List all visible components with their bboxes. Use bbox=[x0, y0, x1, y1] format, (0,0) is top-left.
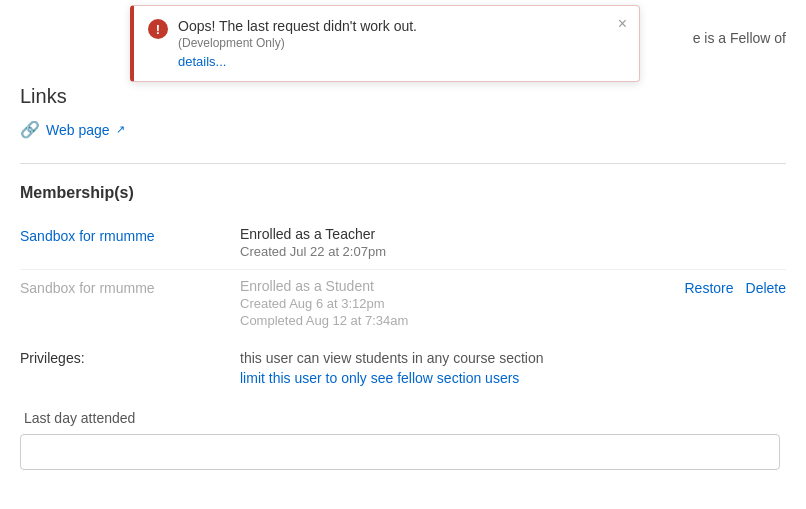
membership-role-1: Enrolled as a Teacher bbox=[240, 226, 786, 242]
last-day-label: Last day attended bbox=[20, 410, 786, 426]
alert-details-link[interactable]: details... bbox=[178, 54, 226, 69]
membership-created-2: Created Aug 6 at 3:12pm bbox=[240, 296, 685, 311]
privileges-text: this user can view students in any cours… bbox=[240, 350, 786, 366]
links-heading: Links bbox=[20, 85, 786, 108]
links-section: Links 🔗 Web page ↗ bbox=[20, 85, 786, 139]
link-chain-icon: 🔗 bbox=[20, 120, 40, 139]
membership-details-2: Enrolled as a Student Created Aug 6 at 3… bbox=[240, 278, 685, 330]
external-link-icon: ↗ bbox=[116, 123, 125, 136]
web-page-link[interactable]: Web page bbox=[46, 122, 110, 138]
memberships-section: Membership(s) Sandbox for rmumme Enrolle… bbox=[20, 184, 786, 338]
membership-row-2: Sandbox for rmumme Enrolled as a Student… bbox=[20, 270, 786, 338]
membership-actions-2: Restore Delete bbox=[685, 278, 787, 296]
fellow-text-partial: e is a Fellow of bbox=[693, 30, 786, 46]
alert-close-button[interactable]: × bbox=[618, 16, 627, 32]
privileges-limit-link[interactable]: limit this user to only see fellow secti… bbox=[240, 370, 519, 386]
alert-content: Oops! The last request didn't work out. … bbox=[178, 18, 599, 69]
restore-link[interactable]: Restore bbox=[685, 280, 734, 296]
membership-row: Sandbox for rmumme Enrolled as a Teacher… bbox=[20, 218, 786, 270]
delete-link[interactable]: Delete bbox=[746, 280, 786, 296]
membership-org-1[interactable]: Sandbox for rmumme bbox=[20, 226, 240, 244]
membership-completed-2: Completed Aug 12 at 7:34am bbox=[240, 313, 685, 328]
privileges-label: Privileges: bbox=[20, 350, 240, 366]
alert-subtitle: (Development Only) bbox=[178, 36, 599, 50]
last-day-input[interactable] bbox=[20, 434, 780, 470]
last-day-section: Last day attended bbox=[20, 398, 786, 482]
alert-icon: ! bbox=[148, 19, 168, 39]
privileges-content: this user can view students in any cours… bbox=[240, 350, 786, 386]
membership-created-1: Created Jul 22 at 2:07pm bbox=[240, 244, 786, 259]
privileges-row: Privileges: this user can view students … bbox=[20, 338, 786, 398]
membership-role-2: Enrolled as a Student bbox=[240, 278, 685, 294]
membership-details-1: Enrolled as a Teacher Created Jul 22 at … bbox=[240, 226, 786, 261]
alert-banner: ! Oops! The last request didn't work out… bbox=[130, 5, 640, 82]
section-divider bbox=[20, 163, 786, 164]
memberships-heading: Membership(s) bbox=[20, 184, 786, 202]
web-page-link-item: 🔗 Web page ↗ bbox=[20, 120, 786, 139]
membership-org-2: Sandbox for rmumme bbox=[20, 278, 240, 296]
alert-title: Oops! The last request didn't work out. bbox=[178, 18, 599, 34]
